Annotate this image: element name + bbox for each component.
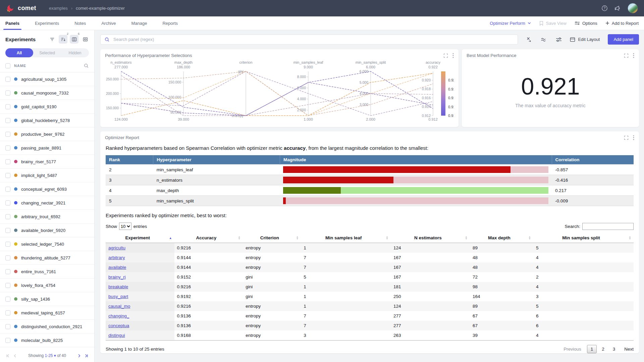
list-item[interactable]: thundering_altitude_5277: [0, 251, 94, 265]
filter-icon[interactable]: [48, 35, 56, 44]
experiment-link[interactable]: conceptua: [108, 323, 129, 328]
experiment-name[interactable]: passing_paste_8891: [21, 145, 61, 150]
panel-search-input[interactable]: [113, 37, 514, 42]
experiment-checkbox[interactable]: [5, 187, 10, 192]
segment-all[interactable]: All: [5, 48, 33, 57]
list-item[interactable]: brainy_riser_5177: [0, 155, 94, 169]
chart-settings-sliders-icon[interactable]: [556, 37, 562, 42]
pagination-next[interactable]: Next: [624, 347, 634, 352]
first-page-icon[interactable]: [6, 354, 10, 358]
panel-menu-icon[interactable]: [633, 135, 634, 140]
exp-col-experiment[interactable]: Experiment▲: [106, 233, 174, 243]
experiment-checkbox[interactable]: [5, 283, 10, 288]
breadcrumb-workspace[interactable]: examples: [49, 6, 68, 11]
save-view-button[interactable]: Save View: [539, 21, 567, 26]
search-experiments-icon[interactable]: [84, 63, 89, 68]
experiment-name[interactable]: arbitrary_trout_6592: [21, 214, 60, 219]
experiment-link[interactable]: causal_mo: [108, 304, 130, 309]
comet-logo[interactable]: comet: [6, 4, 36, 13]
list-item[interactable]: conceptual_egret_6093: [0, 182, 94, 196]
experiment-link[interactable]: distingui: [108, 333, 125, 338]
user-avatar[interactable]: [628, 3, 638, 13]
experiment-link[interactable]: changing_: [108, 313, 129, 318]
tab-panels[interactable]: Panels: [5, 16, 19, 30]
help-icon[interactable]: ?: [601, 5, 608, 11]
experiment-name[interactable]: gold_capitol_9190: [21, 104, 57, 109]
experiment-checkbox[interactable]: [5, 145, 10, 150]
experiment-checkbox[interactable]: [5, 297, 10, 302]
list-item[interactable]: arbitrary_trout_6592: [0, 210, 94, 224]
experiment-checkbox[interactable]: [5, 118, 10, 123]
list-item[interactable]: agricultural_soup_1305: [0, 72, 94, 86]
list-item[interactable]: changing_nectar_3921: [0, 196, 94, 210]
experiment-name[interactable]: conceptual_egret_6093: [21, 187, 67, 192]
tab-archive[interactable]: Archive: [101, 16, 116, 30]
view-selector[interactable]: Optimizer Perform: [490, 21, 531, 26]
list-item[interactable]: molecular_bulb_8225: [0, 334, 94, 347]
list-item[interactable]: causal_mongoose_7332: [0, 86, 94, 100]
experiment-checkbox[interactable]: [5, 104, 10, 109]
list-item[interactable]: silly_sap_1436: [0, 292, 94, 306]
experiment-name[interactable]: lovely_flora_4754: [21, 283, 55, 288]
experiment-checkbox[interactable]: [5, 310, 10, 315]
options-button[interactable]: Options: [575, 21, 597, 26]
experiment-name[interactable]: medieval_taping_6157: [21, 310, 65, 315]
next-page-icon[interactable]: [78, 354, 81, 358]
experiment-checkbox[interactable]: [5, 242, 10, 247]
experiment-name[interactable]: silly_sap_1436: [21, 297, 50, 302]
experiment-link[interactable]: brainy_ri: [108, 275, 126, 280]
experiment-checkbox[interactable]: [5, 132, 10, 137]
pagination-page-1[interactable]: 1: [587, 345, 597, 353]
experiment-name[interactable]: molecular_bulb_8225: [21, 338, 63, 343]
experiment-name[interactable]: thundering_altitude_5277: [21, 255, 70, 260]
prev-page-icon[interactable]: [13, 354, 16, 358]
experiment-name[interactable]: agricultural_soup_1305: [21, 77, 66, 82]
exp-col-max-depth[interactable]: Max depth▲▼: [470, 233, 533, 243]
experiment-link[interactable]: agricultu: [108, 245, 125, 250]
experiment-checkbox[interactable]: [5, 77, 10, 82]
page-size-select[interactable]: 10: [119, 223, 131, 230]
exp-col-min-samples-leaf[interactable]: Min samples leaf▲▼: [301, 233, 391, 243]
x-axis-settings-icon[interactable]: [526, 37, 532, 42]
experiment-link[interactable]: breakable: [108, 284, 128, 289]
announcements-icon[interactable]: [614, 5, 621, 11]
panel-menu-icon[interactable]: [452, 53, 454, 58]
smoothing-icon[interactable]: [541, 37, 547, 42]
experiment-checkbox[interactable]: [5, 324, 10, 329]
experiment-name[interactable]: selected_ledger_7540: [21, 242, 64, 247]
group-icon[interactable]: [81, 35, 90, 44]
list-item[interactable]: productive_beer_9762: [0, 127, 94, 141]
experiment-checkbox[interactable]: [5, 228, 10, 233]
list-item[interactable]: implicit_light_5487: [0, 169, 94, 182]
experiment-checkbox[interactable]: [5, 255, 10, 260]
experiment-checkbox[interactable]: [5, 338, 10, 343]
add-panel-button[interactable]: Add panel: [608, 34, 639, 45]
experiment-link[interactable]: arbitrary: [108, 255, 125, 260]
breadcrumb-project[interactable]: comet-example-optimizer: [76, 6, 125, 11]
experiment-checkbox[interactable]: [5, 269, 10, 274]
experiment-link[interactable]: busy_part: [108, 294, 128, 299]
page-range-dropdown[interactable]: 1-25 ▾: [45, 353, 56, 358]
tab-experiments[interactable]: Experiments: [35, 16, 59, 30]
exp-col-accuracy[interactable]: Accuracy▲▼: [174, 233, 243, 243]
expand-panel-icon[interactable]: [443, 53, 448, 58]
segment-hidden[interactable]: Hidden: [61, 48, 89, 57]
pagination-page-2[interactable]: 2: [598, 345, 608, 353]
select-all-checkbox[interactable]: [5, 63, 10, 68]
pagination-previous[interactable]: Previous: [564, 347, 581, 352]
pagination-page-3[interactable]: 3: [609, 345, 619, 353]
experiment-name[interactable]: entire_truss_7161: [21, 269, 56, 274]
list-item[interactable]: selected_ledger_7540: [0, 237, 94, 251]
list-item[interactable]: entire_truss_7161: [0, 265, 94, 279]
experiment-checkbox[interactable]: [5, 90, 10, 96]
experiment-name[interactable]: brainy_riser_5177: [21, 159, 56, 164]
experiment-checkbox[interactable]: [5, 159, 10, 164]
exp-col-n-estimators[interactable]: N estimators▲▼: [391, 233, 470, 243]
experiment-checkbox[interactable]: [5, 214, 10, 219]
list-item[interactable]: passing_paste_8891: [0, 141, 94, 155]
experiment-name[interactable]: productive_beer_9762: [21, 132, 64, 137]
list-item[interactable]: global_huckleberry_5278: [0, 114, 94, 127]
parallel-coordinates-chart[interactable]: n_estimators277.000124.000250.000200.000…: [105, 59, 454, 124]
table-search-input[interactable]: [582, 223, 634, 230]
edit-layout-button[interactable]: Edit Layout: [570, 37, 600, 42]
